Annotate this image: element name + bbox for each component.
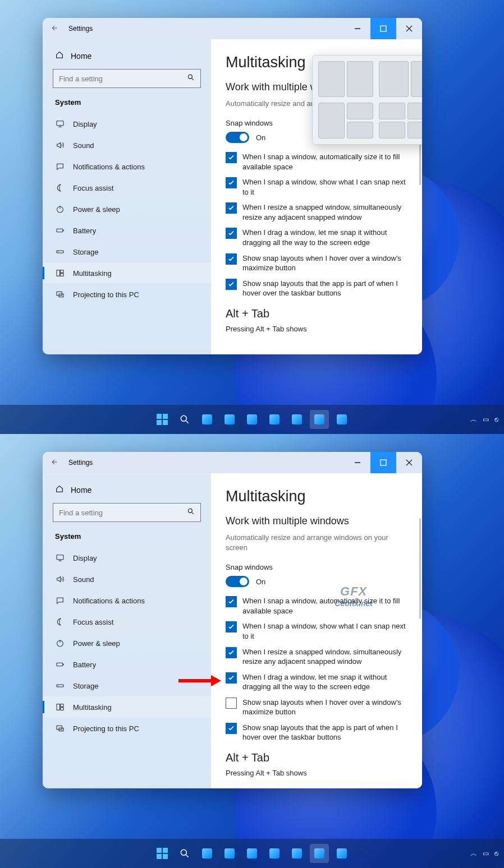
minimize-button[interactable]: [345, 452, 370, 473]
checkbox[interactable]: [226, 202, 237, 214]
close-button[interactable]: [396, 18, 422, 39]
maximize-button[interactable]: [370, 18, 396, 39]
taskbar-start-icon[interactable]: [153, 844, 172, 863]
scrollbar[interactable]: [419, 518, 421, 619]
taskbar: ︿ ▭ ⎋: [0, 839, 504, 868]
sidebar-item-power-sleep[interactable]: Power & sleep: [43, 632, 211, 654]
taskbar-edge-icon[interactable]: [287, 410, 306, 429]
taskbar-start-icon[interactable]: [153, 410, 172, 429]
snap-option-row: When I snap a window, automatically size…: [226, 152, 407, 172]
taskbar-edge-icon[interactable]: [287, 844, 306, 863]
taskbar-widgets-icon[interactable]: [220, 844, 239, 863]
taskbar-explorer-icon[interactable]: [242, 844, 262, 863]
snap-option-row: Show snap layouts that the app is part o…: [226, 723, 407, 742]
snap-option-row: Show snap layouts when I hover over a wi…: [226, 698, 407, 717]
minimize-button[interactable]: [345, 18, 370, 39]
chat-icon: [55, 596, 65, 605]
sidebar-item-notifications-actions[interactable]: Notifications & actions: [43, 590, 211, 611]
taskbar-settings-icon[interactable]: [310, 410, 329, 429]
taskbar-taskview-icon[interactable]: [198, 844, 217, 863]
sidebar-item-label: Display: [73, 120, 97, 128]
snap-option-row: When I drag a window, let me snap it wit…: [226, 228, 407, 247]
checkbox[interactable]: [226, 279, 237, 290]
taskbar-search-icon[interactable]: [175, 410, 194, 429]
sidebar-item-label: Projecting to this PC: [73, 290, 139, 299]
snap-windows-toggle[interactable]: [226, 132, 249, 143]
snap-windows-label: Snap windows: [226, 563, 407, 571]
checkbox[interactable]: [226, 177, 237, 188]
taskbar-store-icon[interactable]: [265, 410, 284, 429]
chevron-up-icon[interactable]: ︿: [470, 415, 477, 424]
checkbox[interactable]: [226, 228, 237, 239]
sidebar-item-projecting-to-this-pc[interactable]: Projecting to this PC: [43, 284, 211, 305]
section-title: Work with multiple windows: [226, 515, 407, 527]
taskbar-settings-icon[interactable]: [310, 844, 329, 863]
sidebar-item-label: Sound: [73, 575, 94, 584]
snap-option-row: When I resize a snapped window, simultan…: [226, 202, 407, 222]
checkbox-label: Show snap layouts that the app is part o…: [242, 279, 407, 298]
checkbox[interactable]: [226, 672, 237, 684]
sidebar-item-sound[interactable]: Sound: [43, 569, 211, 590]
battery-tray-icon[interactable]: ▭: [483, 415, 489, 423]
sidebar-item-storage[interactable]: Storage: [43, 241, 211, 262]
snap-layouts-flyout[interactable]: [312, 55, 422, 145]
network-tray-icon[interactable]: ⎋: [494, 415, 498, 423]
taskbar-explorer-icon[interactable]: [242, 410, 262, 429]
sidebar-item-focus-assist[interactable]: Focus assist: [43, 177, 211, 198]
alt-tab-heading: Alt + Tab: [226, 751, 407, 764]
taskbar: ︿ ▭ ⎋: [0, 405, 504, 434]
checkbox[interactable]: [226, 621, 237, 632]
sidebar-item-battery[interactable]: Battery: [43, 654, 211, 675]
taskbar-widgets-icon[interactable]: [220, 410, 239, 429]
checkbox[interactable]: [226, 723, 237, 734]
maximize-button[interactable]: [370, 452, 396, 473]
sidebar-item-label: Power & sleep: [73, 639, 120, 648]
search-icon: [187, 507, 195, 518]
checkbox[interactable]: [226, 698, 237, 709]
sidebar-home[interactable]: Home: [43, 46, 211, 69]
project-icon: [55, 724, 65, 733]
sidebar-item-notifications-actions[interactable]: Notifications & actions: [43, 156, 211, 177]
sidebar-item-display[interactable]: Display: [43, 547, 211, 569]
checkbox[interactable]: [226, 596, 237, 607]
system-tray[interactable]: ︿ ▭ ⎋: [470, 849, 498, 858]
power-icon: [55, 639, 65, 648]
search-field[interactable]: [59, 75, 187, 83]
network-tray-icon[interactable]: ⎋: [494, 849, 498, 857]
checkbox-label: When I snap a window, automatically size…: [242, 152, 407, 172]
checkbox[interactable]: [226, 152, 237, 163]
sidebar-item-multitasking[interactable]: Multitasking: [43, 696, 211, 718]
close-button[interactable]: [396, 452, 422, 473]
taskbar-taskview-icon[interactable]: [198, 410, 217, 429]
taskbar-paint-icon[interactable]: [332, 410, 351, 429]
back-button[interactable]: [43, 24, 65, 34]
chevron-up-icon[interactable]: ︿: [470, 849, 477, 858]
battery-icon: [55, 226, 65, 235]
search-input[interactable]: [53, 69, 201, 88]
system-tray[interactable]: ︿ ▭ ⎋: [470, 415, 498, 424]
sidebar-item-sound[interactable]: Sound: [43, 135, 211, 156]
checkbox[interactable]: [226, 253, 237, 265]
search-input[interactable]: [53, 503, 201, 522]
search-field[interactable]: [59, 509, 187, 517]
search-icon: [187, 73, 195, 84]
checkbox[interactable]: [226, 647, 237, 658]
taskbar-store-icon[interactable]: [265, 844, 284, 863]
sidebar-item-display[interactable]: Display: [43, 113, 211, 135]
back-button[interactable]: [43, 458, 65, 468]
section-header: System: [43, 530, 211, 547]
sidebar-item-multitasking[interactable]: Multitasking: [43, 262, 211, 284]
sidebar-item-battery[interactable]: Battery: [43, 220, 211, 241]
sidebar-item-label: Projecting to this PC: [73, 724, 139, 733]
sidebar-item-projecting-to-this-pc[interactable]: Projecting to this PC: [43, 718, 211, 739]
sidebar-home[interactable]: Home: [43, 480, 211, 503]
chat-icon: [55, 162, 65, 171]
snap-windows-toggle[interactable]: [226, 576, 249, 587]
battery-tray-icon[interactable]: ▭: [483, 849, 489, 857]
taskbar-search-icon[interactable]: [175, 844, 194, 863]
sidebar-item-focus-assist[interactable]: Focus assist: [43, 611, 211, 632]
checkbox-label: When I snap a window, automatically size…: [242, 596, 407, 616]
taskbar-paint-icon[interactable]: [332, 844, 351, 863]
snap-option-row: Show snap layouts that the app is part o…: [226, 279, 407, 298]
sidebar-item-power-sleep[interactable]: Power & sleep: [43, 198, 211, 220]
